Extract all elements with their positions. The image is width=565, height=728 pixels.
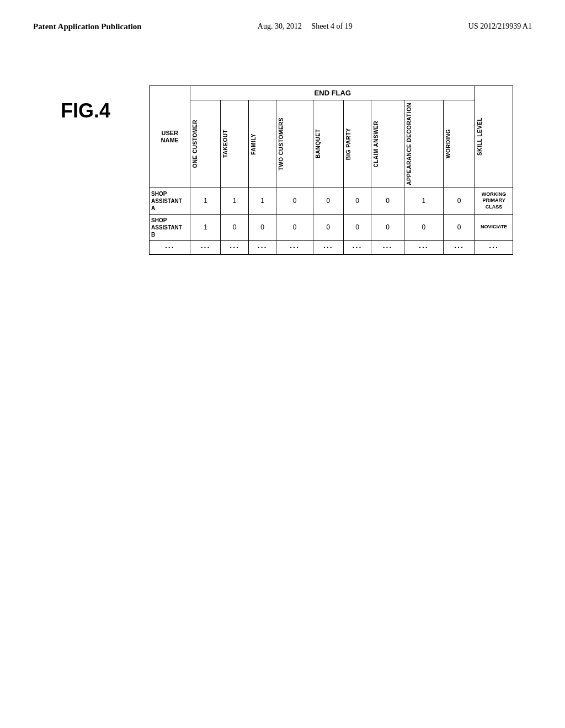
cell-takeout-dots: ··· [221, 240, 248, 254]
cell-wording-1: 0 [443, 188, 475, 214]
page-header: Patent Application Publication Aug. 30, … [0, 0, 565, 42]
publication-number: US 2012/219939 A1 [468, 22, 532, 31]
col-header-one-customer: ONE CUSTOMER [190, 100, 221, 188]
col-header-wording: WORDING [443, 100, 475, 188]
col-header-decoration: APPEARANCE DECORATION [404, 100, 443, 188]
col-header-banquet: BANQUET [313, 100, 343, 188]
cell-banquet-1: 0 [313, 188, 343, 214]
col-header-skill-level: SKILL LEVEL [475, 86, 513, 188]
cell-family-2: 0 [248, 214, 276, 240]
sheet-number: Sheet 4 of 19 [311, 22, 352, 30]
data-table-container: USERNAME END FLAG SKILL LEVEL ONE CUSTOM… [149, 85, 513, 255]
table-row: SHOPASSISTANTB 1 0 0 0 0 0 0 0 0 NOVICIA… [150, 214, 513, 240]
figure-label: FIG.4 [61, 99, 110, 122]
cell-user-name-dots: ··· [150, 240, 190, 254]
table-row: ··· ··· ··· ··· ··· ··· ··· ··· ··· ··· … [150, 240, 513, 254]
cell-two-customers-dots: ··· [276, 240, 313, 254]
cell-takeout-1: 1 [221, 188, 248, 214]
cell-decoration-1: 1 [404, 188, 443, 214]
cell-skill-level-2: NOVICIATE [475, 214, 513, 240]
cell-user-name-1: SHOPASSISTANTA [150, 188, 190, 214]
cell-takeout-2: 0 [221, 214, 248, 240]
cell-two-customers-2: 0 [276, 214, 313, 240]
cell-banquet-2: 0 [313, 214, 343, 240]
cell-wording-2: 0 [443, 214, 475, 240]
end-flag-header: END FLAG [190, 86, 475, 100]
cell-big-party-dots: ··· [343, 240, 371, 254]
cell-skill-level-1: WORKINGPRIMARYCLASS [475, 188, 513, 214]
col-header-big-party: BIG PARTY [343, 100, 371, 188]
publication-date-sheet: Aug. 30, 2012 Sheet 4 of 19 [258, 22, 353, 31]
cell-big-party-1: 0 [343, 188, 371, 214]
cell-big-party-2: 0 [343, 214, 371, 240]
cell-one-customer-2: 1 [190, 214, 221, 240]
publication-title: Patent Application Publication [33, 22, 142, 31]
cell-user-name-2: SHOPASSISTANTB [150, 214, 190, 240]
col-header-two-customers: TWO CUSTOMERS [276, 100, 313, 188]
cell-banquet-dots: ··· [313, 240, 343, 254]
publication-date: Aug. 30, 2012 [258, 22, 302, 30]
end-flag-table: USERNAME END FLAG SKILL LEVEL ONE CUSTOM… [149, 85, 513, 255]
cell-family-1: 1 [248, 188, 276, 214]
cell-one-customer-dots: ··· [190, 240, 221, 254]
col-header-takeout: TAKEOUT [221, 100, 248, 188]
cell-one-customer-1: 1 [190, 188, 221, 214]
cell-claim-answer-1: 0 [371, 188, 404, 214]
cell-claim-answer-dots: ··· [371, 240, 404, 254]
cell-decoration-dots: ··· [404, 240, 443, 254]
cell-family-dots: ··· [248, 240, 276, 254]
cell-skill-level-dots: ··· [475, 240, 513, 254]
cell-two-customers-1: 0 [276, 188, 313, 214]
col-header-claim-answer: CLAIM ANSWER [371, 100, 404, 188]
col-header-user-name: USERNAME [150, 86, 190, 188]
cell-decoration-2: 0 [404, 214, 443, 240]
table-row: SHOPASSISTANTA 1 1 1 0 0 0 0 1 0 WORKING… [150, 188, 513, 214]
cell-wording-dots: ··· [443, 240, 475, 254]
cell-claim-answer-2: 0 [371, 214, 404, 240]
col-header-family: FAMILY [248, 100, 276, 188]
